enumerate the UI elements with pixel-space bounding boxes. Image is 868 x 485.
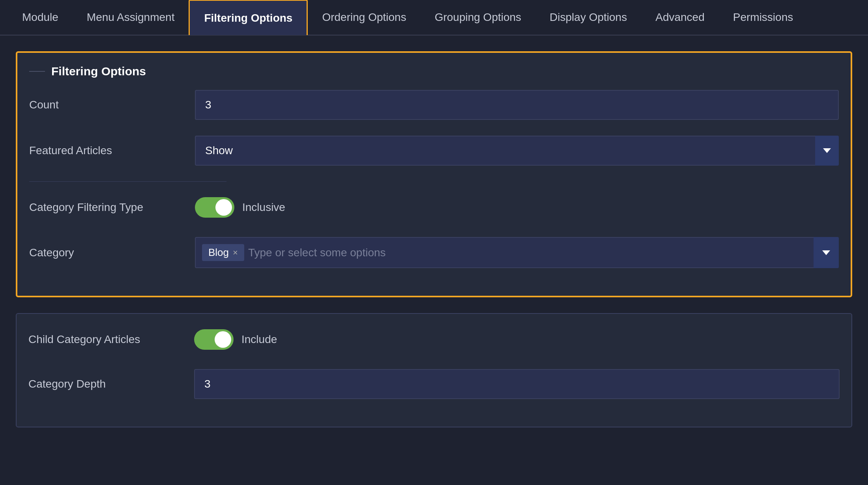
category-label: Category xyxy=(29,246,195,259)
featured-articles-chevron-btn[interactable] xyxy=(815,136,839,166)
category-control: Blog × Type or select some options xyxy=(195,237,839,268)
child-category-articles-control: Include xyxy=(194,329,840,350)
panel-title-line xyxy=(29,71,45,72)
tab-filtering-options[interactable]: Filtering Options xyxy=(189,0,308,35)
featured-articles-row: Featured Articles Show xyxy=(29,136,839,166)
tab-advanced[interactable]: Advanced xyxy=(641,0,719,35)
category-tag-remove-icon[interactable]: × xyxy=(233,248,238,258)
category-depth-input-wrapper xyxy=(194,369,840,399)
filtering-options-panel: Filtering Options Count Featured Article… xyxy=(16,51,852,297)
count-row: Count xyxy=(29,90,839,120)
category-filtering-type-control: Inclusive xyxy=(195,197,839,218)
category-filtering-toggle[interactable] xyxy=(195,197,234,218)
count-input[interactable] xyxy=(195,90,839,120)
child-category-toggle[interactable] xyxy=(194,329,234,350)
child-category-toggle-knob xyxy=(215,331,231,348)
featured-articles-wrapper: Show xyxy=(195,136,839,166)
category-tag-blog: Blog × xyxy=(202,244,244,261)
section-below-panel: Child Category Articles Include Category… xyxy=(16,313,852,427)
category-chevron-btn[interactable] xyxy=(814,237,839,268)
chevron-down-icon xyxy=(823,148,831,153)
panel-title-text: Filtering Options xyxy=(51,65,146,78)
main-content: Filtering Options Count Featured Article… xyxy=(0,35,868,443)
category-depth-label: Category Depth xyxy=(28,378,194,390)
tab-module[interactable]: Module xyxy=(8,0,73,35)
category-chevron-down-icon xyxy=(822,250,830,255)
category-multiselect-wrapper: Blog × Type or select some options xyxy=(195,237,839,268)
category-placeholder: Type or select some options xyxy=(248,246,386,259)
count-input-wrapper xyxy=(195,90,839,120)
count-label: Count xyxy=(29,99,195,111)
toggle-knob xyxy=(215,199,232,216)
tab-ordering-options[interactable]: Ordering Options xyxy=(308,0,420,35)
category-multiselect[interactable]: Blog × Type or select some options xyxy=(195,237,839,268)
featured-articles-select[interactable]: Show xyxy=(195,136,839,166)
tab-bar: Module Menu Assignment Filtering Options… xyxy=(0,0,868,35)
featured-articles-label: Featured Articles xyxy=(29,144,195,157)
child-category-articles-label: Child Category Articles xyxy=(28,333,194,346)
category-filtering-toggle-wrapper: Inclusive xyxy=(195,197,839,218)
child-category-articles-row: Child Category Articles Include xyxy=(28,326,840,353)
tab-grouping-options[interactable]: Grouping Options xyxy=(421,0,535,35)
category-row: Category Blog × Type or select some opti… xyxy=(29,237,839,268)
category-depth-input[interactable] xyxy=(194,369,840,399)
divider xyxy=(29,181,226,182)
category-tag-blog-label: Blog xyxy=(208,246,229,259)
child-category-toggle-wrapper: Include xyxy=(194,329,840,350)
featured-articles-select-wrapper: Show xyxy=(195,136,839,166)
category-filtering-type-row: Category Filtering Type Inclusive xyxy=(29,194,839,221)
tab-permissions[interactable]: Permissions xyxy=(719,0,807,35)
category-depth-row: Category Depth xyxy=(28,369,840,399)
child-category-toggle-label: Include xyxy=(241,333,277,346)
featured-articles-value: Show xyxy=(205,144,233,157)
tab-display-options[interactable]: Display Options xyxy=(535,0,641,35)
category-filtering-type-label: Category Filtering Type xyxy=(29,201,195,214)
panel-title-row: Filtering Options xyxy=(29,65,839,78)
tab-menu-assignment[interactable]: Menu Assignment xyxy=(73,0,189,35)
category-filtering-toggle-label: Inclusive xyxy=(242,201,285,214)
